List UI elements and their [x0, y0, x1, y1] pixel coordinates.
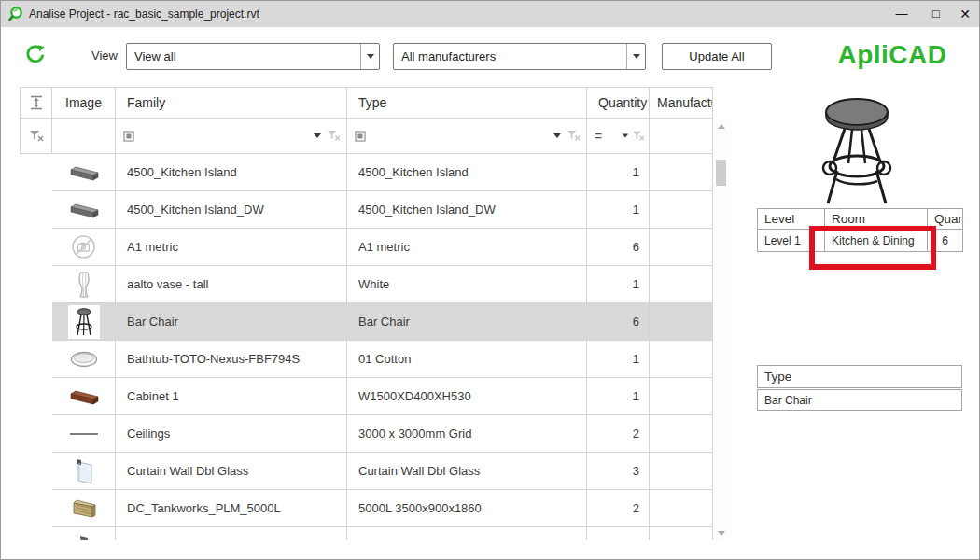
update-all-button[interactable]: Update All [662, 43, 772, 70]
family-cell[interactable]: A1 metric [116, 229, 347, 266]
family-cell[interactable]: Bar Chair [116, 303, 347, 341]
type-cell[interactable]: A1 metric [347, 229, 587, 266]
view-dropdown-value: View all [127, 49, 360, 63]
manufacturer-cell[interactable] [650, 378, 713, 415]
table-row[interactable]: Bar Chair Bar Chair 6 [20, 303, 714, 341]
filter-family-dropdown-icon[interactable] [314, 133, 321, 138]
filter-type-dropdown-icon[interactable] [553, 133, 561, 138]
manufacturer-cell[interactable] [650, 154, 713, 191]
bar-chair-icon [68, 305, 100, 339]
column-header-type[interactable]: Type [347, 87, 587, 119]
filter-quantity-dropdown-icon[interactable] [623, 134, 628, 138]
quantity-cell[interactable]: 1 [587, 266, 650, 303]
table-row[interactable]: Bathtub-TOTO-Nexus-FBF794S 01 Cotton 1 [20, 341, 714, 378]
table-row[interactable]: DC_Tankworks_PLM_5000L 5000L 3500x900x18… [20, 490, 714, 527]
view-dropdown[interactable]: View all [126, 43, 380, 70]
column-header-family[interactable]: Family [116, 87, 347, 119]
equals-operator[interactable]: = [595, 129, 602, 144]
quantity-cell[interactable]: 1 [587, 378, 650, 415]
row-height-icon[interactable] [20, 87, 52, 119]
row-image-cell [52, 303, 116, 341]
quantity-cell[interactable]: 1 [587, 191, 650, 229]
type-cell[interactable]: 01 Cotton [347, 341, 587, 378]
refresh-icon[interactable] [25, 44, 46, 68]
manufacturer-dropdown-arrow-icon[interactable] [626, 44, 645, 69]
type-cell[interactable]: 3000 x 3000mm Grid [347, 415, 587, 453]
scroll-up-icon[interactable] [715, 119, 727, 133]
table-row[interactable]: Curtain Wall Dbl Glass Curtain Wall Dbl … [20, 453, 714, 490]
vertical-scrollbar[interactable] [714, 119, 728, 540]
app-magnifier-icon [7, 6, 24, 26]
row-image-cell [52, 527, 116, 540]
family-cell[interactable]: Curtain Wall Dbl Glass [116, 453, 347, 490]
clear-all-filters-icon[interactable] [20, 119, 52, 154]
quantity-cell[interactable] [587, 527, 650, 540]
grid-rows: 4500_Kitchen Island 4500_Kitchen Island … [20, 154, 714, 540]
grid-header-row: Image Family Type Quantity Manufacturer [20, 87, 714, 119]
manufacturer-cell[interactable] [650, 191, 713, 229]
filter-manufacturer-cell[interactable] [650, 119, 713, 154]
table-row[interactable]: aalto vase - tall White 1 [20, 266, 714, 303]
family-cell[interactable]: Ceilings [116, 415, 347, 453]
column-header-manufacturer[interactable]: Manufacturer [650, 87, 713, 119]
column-header-quantity[interactable]: Quantity [587, 87, 650, 119]
quantity-cell[interactable]: 1 [587, 341, 650, 378]
row-indicator-cell [20, 229, 52, 266]
maximize-button[interactable]: □ [920, 1, 952, 27]
family-cell[interactable]: 4500_Kitchen Island [116, 154, 347, 191]
filter-quantity-funnel-icon[interactable] [632, 131, 645, 142]
type-cell[interactable]: 4500_Kitchen Island [347, 154, 587, 191]
family-cell[interactable]: aalto vase - tall [116, 266, 347, 303]
quantity-cell[interactable]: 1 [587, 154, 650, 191]
row-indicator-cell [20, 303, 52, 341]
filter-family-funnel-icon[interactable] [327, 130, 341, 142]
minimize-button[interactable]: — [886, 1, 917, 27]
manufacturer-cell[interactable] [650, 527, 713, 540]
manufacturer-cell[interactable] [650, 341, 713, 378]
type-cell[interactable] [347, 527, 587, 540]
filter-quantity-cell[interactable]: = [587, 119, 650, 154]
grid-filter-row: = [20, 119, 714, 154]
quantity-cell[interactable]: 3 [587, 453, 650, 490]
family-cell[interactable]: Cabinet 1 [116, 378, 347, 415]
manufacturer-cell[interactable] [650, 453, 713, 490]
scrollbar-thumb[interactable] [716, 160, 726, 186]
table-row[interactable]: Ceilings 3000 x 3000mm Grid 2 [20, 415, 714, 453]
table-row[interactable]: 4500_Kitchen Island 4500_Kitchen Island … [20, 154, 714, 191]
manufacturer-dropdown-value: All manufacturers [394, 49, 626, 63]
filter-family-cell[interactable] [116, 119, 347, 154]
quantity-cell[interactable]: 6 [587, 303, 650, 341]
filter-type-cell[interactable] [347, 119, 587, 154]
quantity-cell[interactable]: 2 [587, 415, 650, 453]
manufacturer-cell[interactable] [650, 490, 713, 527]
filter-image-cell[interactable] [52, 119, 116, 154]
manufacturer-cell[interactable] [650, 229, 713, 266]
type-cell[interactable]: Bar Chair [347, 303, 587, 341]
type-cell[interactable]: 5000L 3500x900x1860 [347, 490, 587, 527]
table-row[interactable] [20, 527, 714, 540]
manufacturer-cell[interactable] [650, 266, 713, 303]
type-cell[interactable]: W1500XD400XH530 [347, 378, 587, 415]
table-row[interactable]: Cabinet 1 W1500XD400XH530 1 [20, 378, 714, 415]
family-cell[interactable]: Bathtub-TOTO-Nexus-FBF794S [116, 341, 347, 378]
manufacturer-dropdown[interactable]: All manufacturers [393, 43, 646, 70]
family-cell[interactable]: 4500_Kitchen Island_DW [116, 191, 347, 229]
table-row[interactable]: A1 metric A1 metric 6 [20, 229, 714, 266]
kitchen-island-icon [68, 201, 100, 219]
quantity-cell[interactable]: 2 [587, 490, 650, 527]
type-cell[interactable]: White [347, 266, 587, 303]
quantity-cell[interactable]: 6 [587, 229, 650, 266]
family-cell[interactable] [116, 527, 347, 540]
manufacturer-cell[interactable] [650, 303, 713, 341]
row-indicator-cell [20, 415, 52, 453]
table-row[interactable]: 4500_Kitchen Island_DW 4500_Kitchen Isla… [20, 191, 714, 229]
view-dropdown-arrow-icon[interactable] [360, 44, 379, 69]
close-button[interactable]: ✕ [949, 1, 980, 27]
type-cell[interactable]: 4500_Kitchen Island_DW [347, 191, 587, 229]
manufacturer-cell[interactable] [650, 415, 713, 453]
scroll-down-icon[interactable] [715, 526, 727, 539]
type-cell[interactable]: Curtain Wall Dbl Glass [347, 453, 587, 490]
filter-type-funnel-icon[interactable] [567, 130, 581, 142]
column-header-image[interactable]: Image [52, 87, 116, 119]
family-cell[interactable]: DC_Tankworks_PLM_5000L [116, 490, 347, 527]
